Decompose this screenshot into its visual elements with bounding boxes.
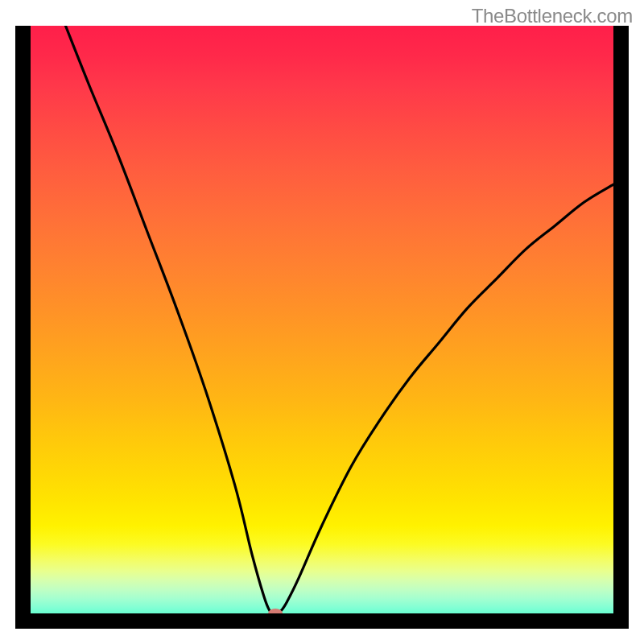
curve-layer (15, 26, 629, 629)
frame-border-bottom (15, 613, 629, 629)
bottleneck-curve (65, 26, 613, 613)
chart-frame (15, 26, 629, 629)
frame-border-right (613, 26, 629, 629)
frame-border-left (15, 26, 31, 629)
watermark-text: TheBottleneck.com (472, 5, 633, 27)
chart-container: TheBottleneck.com (0, 0, 644, 644)
